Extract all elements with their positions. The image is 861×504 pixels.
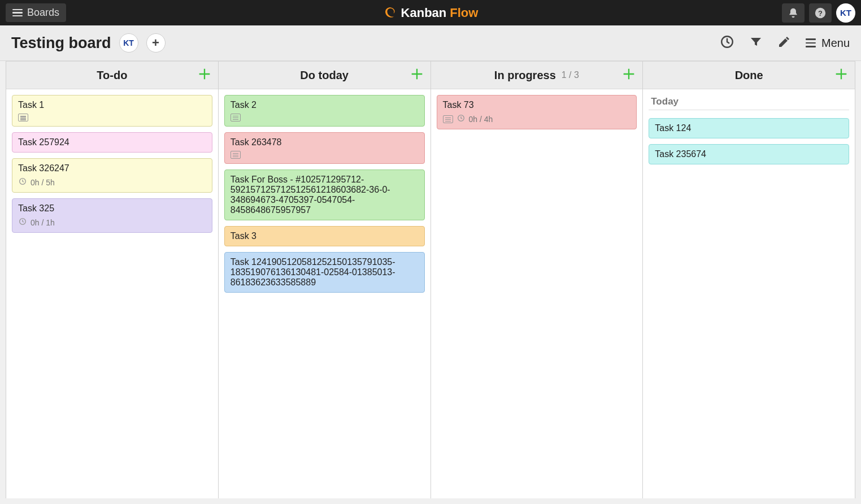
column-header: Do today (219, 61, 430, 89)
brand-text-flow: Flow (450, 6, 478, 20)
task-card-title: Task 124 (655, 123, 843, 133)
task-time: 0h / 1h (31, 218, 55, 227)
task-card-icons (231, 114, 419, 121)
column-body: Task 730h / 4h (431, 89, 643, 135)
column-body: TodayTask 124Task 235674 (643, 89, 855, 170)
column-header: In progress1 / 3 (431, 61, 643, 89)
menu-label: Menu (821, 37, 850, 50)
task-card-icons: 0h / 5h (18, 177, 206, 188)
board-header-right: Menu (720, 34, 850, 51)
task-card[interactable]: Task 257924 (12, 132, 212, 153)
clock-icon (720, 34, 734, 49)
task-card[interactable]: Task 263478 (224, 132, 425, 164)
description-icon (443, 115, 453, 123)
clock-icon (456, 114, 466, 124)
board-column: To-doTask 1Task 257924Task 3262470h / 5h… (6, 61, 218, 498)
pencil-icon (777, 35, 791, 49)
task-card[interactable]: Task 124 (649, 118, 849, 138)
task-card[interactable]: Task 730h / 4h (437, 95, 637, 129)
board-member-chip[interactable]: KT (119, 33, 138, 53)
task-card[interactable]: Task 3250h / 1h (12, 198, 212, 233)
column-header: Done (643, 61, 855, 89)
filter-icon (749, 35, 763, 49)
task-card[interactable]: Task 1 (12, 95, 212, 127)
column-wip: 1 / 3 (562, 70, 579, 80)
board-column: DoneTodayTask 124Task 235674 (642, 61, 855, 498)
task-card[interactable]: Task For Boss - #102571295712-5921571257… (224, 170, 425, 220)
task-time: 0h / 4h (469, 115, 493, 124)
column-title: Done (735, 69, 763, 82)
board-menu-button[interactable]: Menu (806, 37, 850, 50)
help-button[interactable]: ? (809, 3, 832, 23)
board-columns: To-doTask 1Task 257924Task 3262470h / 5h… (0, 61, 861, 504)
task-card-title: Task 1 (18, 100, 206, 110)
calendar-icon (231, 151, 241, 159)
topbar-right: ? KT (782, 3, 855, 23)
board-column: Do todayTask 2Task 263478Task For Boss -… (218, 61, 430, 498)
column-body: Task 2Task 263478Task For Boss - #102571… (219, 89, 430, 298)
add-card-button[interactable] (197, 67, 212, 83)
edit-button[interactable] (777, 35, 791, 51)
task-time: 0h / 5h (31, 178, 55, 187)
task-card-title: Task 263478 (231, 137, 419, 147)
task-card-title: Task 2 (231, 100, 419, 110)
timer-button[interactable] (720, 34, 734, 51)
task-card-icons (231, 151, 419, 159)
board-title: Testing board (11, 34, 111, 52)
hamburger-icon (806, 38, 816, 47)
logo-swirl-icon (383, 6, 398, 20)
boards-label: Boards (27, 7, 59, 19)
task-card-title: Task For Boss - #102571295712-5921571257… (231, 175, 419, 215)
column-body: Task 1Task 257924Task 3262470h / 5hTask … (6, 89, 218, 238)
task-card[interactable]: Task 3 (224, 226, 425, 246)
calendar-icon (231, 114, 241, 121)
column-title: Do today (300, 69, 349, 82)
board-header: Testing board KT + Menu (0, 25, 861, 61)
topbar: Boards KanbanFlow ? KT (0, 0, 861, 25)
column-header: To-do (6, 61, 218, 89)
task-card-title: Task 73 (443, 100, 631, 110)
plus-icon (409, 66, 425, 85)
clock-icon (18, 217, 27, 228)
clock-icon (18, 177, 27, 188)
brand-text-kanban: Kanban (401, 6, 447, 20)
description-icon (18, 114, 28, 121)
column-title: In progress (494, 69, 556, 82)
task-card-title: Task 326247 (18, 163, 206, 173)
plus-icon (621, 66, 637, 85)
hamburger-icon (12, 9, 23, 17)
column-title: To-do (97, 69, 127, 82)
task-card[interactable]: Task 235674 (649, 144, 849, 164)
task-card-title: Task 235674 (655, 149, 843, 159)
task-card-title: Task 325 (18, 203, 206, 214)
task-card[interactable]: Task 2 (224, 95, 425, 127)
user-avatar[interactable]: KT (836, 3, 855, 23)
boards-button[interactable]: Boards (6, 3, 66, 22)
task-card[interactable]: Task 3262470h / 5h (12, 158, 212, 193)
column-section-label: Today (649, 95, 849, 110)
plus-icon (833, 66, 849, 85)
svg-text:?: ? (818, 8, 823, 17)
notifications-button[interactable] (782, 3, 805, 23)
task-card-icons: 0h / 1h (18, 217, 206, 228)
task-card-title: Task 3 (231, 231, 419, 241)
task-card[interactable]: Task 124190512058125215013579​1035-18351… (224, 252, 425, 293)
task-card-icons: 0h / 4h (443, 114, 631, 124)
help-icon: ? (814, 7, 827, 19)
add-card-button[interactable] (409, 67, 425, 83)
add-member-button[interactable]: + (146, 33, 166, 53)
task-card-title: Task 257924 (18, 137, 206, 147)
brand-logo[interactable]: KanbanFlow (383, 6, 479, 20)
add-card-button[interactable] (833, 67, 849, 83)
board-column: In progress1 / 3Task 730h / 4h (430, 61, 643, 498)
plus-icon (197, 66, 212, 85)
add-card-button[interactable] (621, 67, 637, 83)
filter-button[interactable] (749, 35, 763, 51)
task-card-icons (18, 114, 206, 121)
task-card-title: Task 124190512058125215013579​1035-18351… (231, 257, 419, 288)
bell-icon (788, 7, 799, 19)
